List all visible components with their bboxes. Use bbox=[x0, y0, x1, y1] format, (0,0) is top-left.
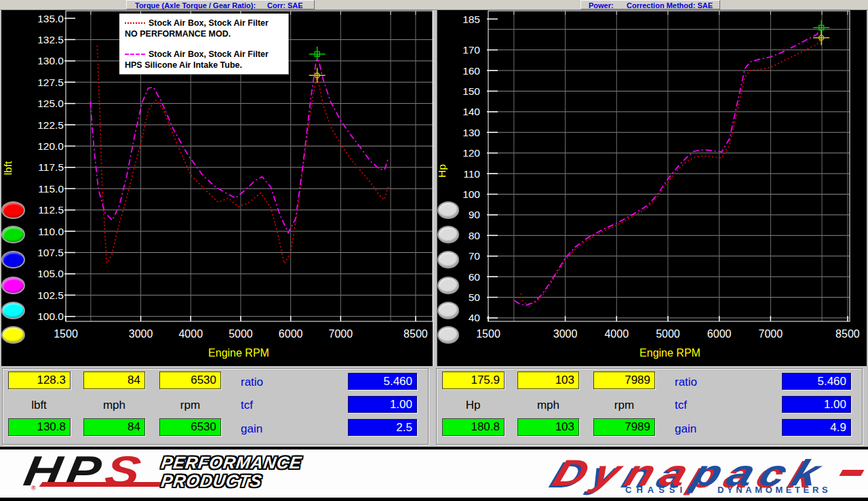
power-panel-button-2[interactable] bbox=[437, 226, 459, 243]
power-peak-value-box: 175.9 bbox=[442, 372, 505, 389]
power-gain-value-box: 4.9 bbox=[782, 419, 851, 436]
power-tcf-value-box: 1.00 bbox=[782, 396, 851, 413]
power-unit-label: Hp bbox=[442, 399, 504, 412]
logo-strip: HPS ® PERFORMANCE PRODUCTS Dynapack CHAS… bbox=[0, 447, 868, 501]
torque-ratio-label: ratio bbox=[241, 376, 263, 389]
torque-gain-value-box: 2.5 bbox=[348, 419, 417, 436]
hps-products-text: PRODUCTS bbox=[160, 471, 263, 491]
legend-series2-desc: HPS Silicone Air Intake Tube. bbox=[125, 60, 288, 71]
torque-ratio-value-box: 5.460 bbox=[348, 373, 417, 390]
magenta-dashed-line-sample bbox=[125, 54, 145, 55]
torque-panel-button-1[interactable] bbox=[1, 201, 25, 219]
panel-divider bbox=[433, 9, 437, 366]
power-ratio-value-box: 5.460 bbox=[782, 373, 851, 390]
torque-title-segment: Torque (Axle Torque / Gear Ratio): Corr:… bbox=[126, 0, 315, 9]
logo-strip-background: HPS ® PERFORMANCE PRODUCTS Dynapack CHAS… bbox=[0, 449, 868, 498]
power-gain-label: gain bbox=[675, 422, 696, 436]
power-peak-rpm-box: 7989 bbox=[593, 372, 655, 389]
hps-performance-text: PERFORMANCE bbox=[160, 453, 303, 473]
torque-peak-rpm-box: 6530 bbox=[159, 372, 221, 389]
dynapack-logo: Dynapack CHASSIS DYNAMOMETERS bbox=[542, 449, 868, 498]
torque-mph-label: mph bbox=[83, 399, 145, 412]
torque-tcf-value-box: 1.00 bbox=[348, 396, 417, 413]
red-dotted-line-sample bbox=[125, 22, 145, 24]
torque-panel-button-5[interactable] bbox=[1, 302, 25, 319]
power-panel-button-3[interactable] bbox=[437, 251, 459, 268]
dynapack-dynamometers-text: DYNAMOMETERS bbox=[717, 485, 831, 495]
hps-logo-text: HPS bbox=[20, 447, 149, 495]
power-panel-button-4[interactable] bbox=[437, 277, 459, 294]
torque-correction-label: Corr: SAE bbox=[267, 1, 303, 9]
power-panel-button-6[interactable] bbox=[437, 326, 459, 344]
hps-logo-swoosh bbox=[39, 482, 163, 487]
title-bar: Torque (Axle Torque / Gear Ratio): Corr:… bbox=[0, 0, 868, 10]
torque-current-rpm-box: 6530 bbox=[159, 418, 221, 436]
torque-rpm-label: rpm bbox=[159, 399, 221, 412]
power-tcf-label: tcf bbox=[675, 399, 687, 412]
legend-series2-name: Stock Air Box, Stock Air Filter bbox=[149, 49, 269, 59]
torque-tcf-label: tcf bbox=[241, 399, 253, 412]
torque-current-value-box: 130.8 bbox=[8, 418, 71, 436]
torque-panel-button-4[interactable] bbox=[1, 277, 25, 294]
legend-box: Stock Air Box, Stock Air Filter NO PERFO… bbox=[119, 14, 289, 75]
torque-panel-button-2[interactable] bbox=[1, 226, 25, 243]
power-rpm-label: rpm bbox=[593, 399, 655, 412]
torque-peak-mph-box: 84 bbox=[83, 372, 145, 389]
torque-panel-button-6[interactable] bbox=[1, 326, 25, 344]
legend-series1-name: Stock Air Box, Stock Air Filter bbox=[149, 18, 269, 28]
torque-unit-label: lbft bbox=[8, 399, 70, 412]
power-ratio-label: ratio bbox=[675, 376, 697, 389]
hps-logo: HPS ® PERFORMANCE PRODUCTS bbox=[18, 449, 316, 498]
power-current-mph-box: 103 bbox=[517, 418, 579, 436]
legend-series1-desc: NO PERFORMANCE MOD. bbox=[125, 28, 288, 40]
dyno-app-window: Torque (Axle Torque / Gear Ratio): Corr:… bbox=[0, 0, 868, 501]
hps-registered-mark: ® bbox=[31, 485, 36, 492]
torque-chart-title: Torque (Axle Torque / Gear Ratio): bbox=[135, 1, 256, 9]
dynapack-logo-dash bbox=[839, 470, 864, 476]
torque-panel-button-3[interactable] bbox=[1, 251, 25, 268]
power-current-value-box: 180.8 bbox=[442, 418, 505, 436]
torque-peak-value-box: 128.3 bbox=[8, 372, 71, 389]
power-peak-mph-box: 103 bbox=[517, 372, 579, 389]
power-current-rpm-box: 7989 bbox=[593, 418, 655, 436]
dynapack-chassis-text: CHASSIS bbox=[625, 485, 698, 495]
power-panel-button-1[interactable] bbox=[437, 201, 459, 219]
torque-gain-label: gain bbox=[241, 422, 262, 436]
power-mph-label: mph bbox=[517, 399, 579, 412]
power-chart-title: Power: bbox=[589, 1, 614, 9]
power-panel-button-5[interactable] bbox=[437, 302, 459, 319]
power-title-segment: Power: Correction Method: SAE bbox=[580, 0, 720, 9]
window-left-edge bbox=[0, 0, 1, 447]
power-correction-label: Correction Method: SAE bbox=[627, 1, 713, 9]
torque-current-mph-box: 84 bbox=[83, 418, 145, 436]
